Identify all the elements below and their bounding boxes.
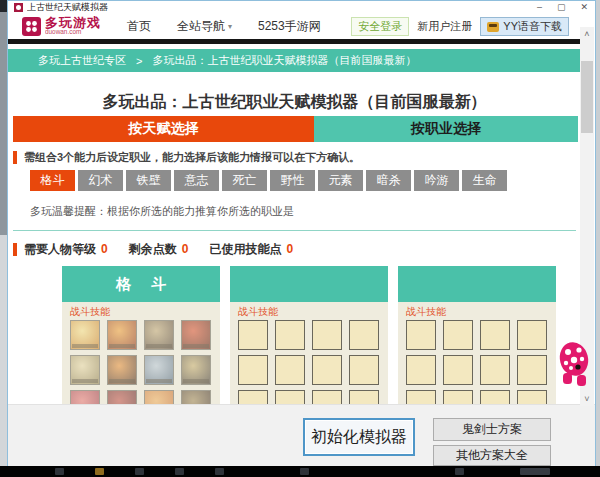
empty-skill-slot[interactable] (443, 355, 473, 385)
duowan-logo[interactable]: 多玩游戏 duowan.com (22, 16, 101, 37)
talent-columns: 格 斗 战斗技能 战斗技能 战斗技能 (62, 266, 581, 404)
empty-skill-slot[interactable] (443, 390, 473, 404)
empty-skill-slot[interactable] (349, 390, 379, 404)
yy-download-button[interactable]: YY语音下载 (480, 17, 569, 36)
skill-icon[interactable] (144, 320, 174, 350)
empty-skill-slot[interactable] (517, 390, 547, 404)
mode-tabs: 按天赋选择 按职业选择 (13, 116, 578, 142)
empty-skill-slot[interactable] (312, 390, 342, 404)
empty-skill-slot[interactable] (238, 355, 268, 385)
ability-button-shengming[interactable]: 生命 (462, 170, 507, 191)
skill-icon[interactable] (144, 355, 174, 385)
section-marker (13, 243, 17, 256)
minimize-icon[interactable]: – (537, 3, 542, 12)
instruction-text: 需组合3个能力后设定职业，能力选择后该能力情报可以在下方确认。 (24, 150, 360, 165)
brand-domain: duowan.com (45, 29, 90, 35)
empty-skill-slot[interactable] (480, 390, 510, 404)
maximize-icon[interactable]: ▢ (557, 3, 566, 12)
page-title: 多玩出品：上古世纪职业天赋模拟器（目前国服最新） (8, 72, 581, 113)
combat-skill-label: 战斗技能 (406, 305, 548, 318)
empty-skill-slot[interactable] (517, 355, 547, 385)
empty-skill-slot[interactable] (238, 390, 268, 404)
empty-skill-slot[interactable] (349, 355, 379, 385)
duowan-watermark (146, 379, 172, 383)
skill-icon[interactable] (70, 390, 100, 404)
ability-button-yizhi[interactable]: 意志 (174, 170, 219, 191)
scroll-up-icon[interactable]: ˄ (580, 27, 594, 41)
close-icon[interactable]: ✕ (580, 3, 588, 12)
tab-select-by-class[interactable]: 按职业选择 (314, 116, 578, 142)
stat-value: 0 (286, 242, 293, 256)
tab-select-by-talent[interactable]: 按天赋选择 (13, 116, 314, 142)
empty-skill-slot[interactable] (517, 320, 547, 350)
ability-button-ansha[interactable]: 暗杀 (366, 170, 411, 191)
empty-skill-slot[interactable] (480, 355, 510, 385)
duowan-watermark (146, 344, 172, 348)
skill-icon[interactable] (181, 355, 211, 385)
breadcrumb-section-link[interactable]: 多玩上古世纪专区 (38, 53, 126, 68)
window-title: 上古世纪天赋模拟器 (27, 1, 537, 14)
taskbar-icon[interactable] (215, 468, 224, 475)
ability-button-gedou[interactable]: 格斗 (30, 170, 75, 191)
taskbar-icon[interactable] (135, 468, 144, 475)
ability-button-row: 格斗 幻术 铁壁 意志 死亡 野性 元素 暗杀 吟游 生命 (30, 170, 581, 191)
taskbar-icon[interactable] (455, 468, 464, 475)
ability-button-yexing[interactable]: 野性 (270, 170, 315, 191)
nav-link-5253[interactable]: 5253手游网 (258, 18, 321, 35)
skill-icon[interactable] (107, 355, 137, 385)
stat-value: 0 (101, 242, 108, 256)
taskbar-icon[interactable] (95, 468, 104, 475)
register-link[interactable]: 新用户注册 (417, 19, 472, 34)
ability-button-yuansu[interactable]: 元素 (318, 170, 363, 191)
talent-column-header (230, 266, 388, 302)
empty-skill-slot[interactable] (238, 320, 268, 350)
empty-skill-slot[interactable] (406, 390, 436, 404)
skill-icon[interactable] (181, 320, 211, 350)
background-window-strip (0, 0, 7, 466)
pink-panda-icon (556, 337, 592, 393)
scrollbar-thumb[interactable] (581, 61, 593, 133)
empty-skill-slot[interactable] (406, 355, 436, 385)
app-icon (14, 3, 23, 12)
combat-skill-label: 战斗技能 (70, 305, 212, 318)
scroll-down-icon[interactable]: ˅ (580, 392, 594, 406)
breadcrumb-page: 多玩出品：上古世纪职业天赋模拟器（目前国服最新） (152, 53, 416, 68)
taskbar-icon[interactable] (300, 468, 309, 475)
talent-column-header: 格 斗 (62, 266, 220, 302)
other-plans-button[interactable]: 其他方案大全 (433, 445, 551, 466)
ability-button-siwang[interactable]: 死亡 (222, 170, 267, 191)
stats-row: 需要人物等级0 剩余点数0 已使用技能点0 (13, 241, 581, 258)
empty-skill-slot[interactable] (443, 320, 473, 350)
empty-skill-slot[interactable] (275, 390, 305, 404)
skill-icon[interactable] (107, 390, 137, 404)
ability-button-yinyou[interactable]: 吟游 (414, 170, 459, 191)
empty-skill-slot[interactable] (312, 320, 342, 350)
nav-link-home[interactable]: 首页 (127, 18, 151, 35)
empty-skill-slot[interactable] (349, 320, 379, 350)
empty-skill-slot[interactable] (275, 355, 305, 385)
os-taskbar[interactable] (0, 466, 600, 477)
empty-skill-slot[interactable] (275, 320, 305, 350)
taskbar-icon[interactable] (175, 468, 184, 475)
skill-icon[interactable] (70, 355, 100, 385)
ability-button-tiebi[interactable]: 铁壁 (126, 170, 171, 191)
nav-link-sitenav[interactable]: 全站导航 ▾ (177, 18, 232, 35)
skill-icon[interactable] (107, 320, 137, 350)
skill-icon[interactable] (181, 390, 211, 404)
talent-column-header (398, 266, 556, 302)
duowan-logo-icon (22, 17, 41, 36)
skill-icon[interactable] (70, 320, 100, 350)
secure-login-button[interactable]: 安全登录 (351, 17, 409, 36)
taskbar-icon[interactable] (55, 468, 64, 475)
ghost-blade-plan-button[interactable]: 鬼剑士方案 (433, 418, 551, 441)
skill-icon[interactable] (144, 390, 174, 404)
empty-skill-slot[interactable] (312, 355, 342, 385)
ability-button-huanshu[interactable]: 幻术 (78, 170, 123, 191)
duowan-mascot-widget[interactable] (556, 337, 592, 393)
taskbar-icon[interactable] (520, 468, 550, 475)
empty-skill-slot[interactable] (406, 320, 436, 350)
reset-simulator-button[interactable]: 初始化模拟器 (303, 418, 415, 456)
brand-name: 多玩游戏 (45, 16, 101, 29)
empty-skill-slot[interactable] (480, 320, 510, 350)
chevron-down-icon: ▾ (228, 22, 232, 31)
